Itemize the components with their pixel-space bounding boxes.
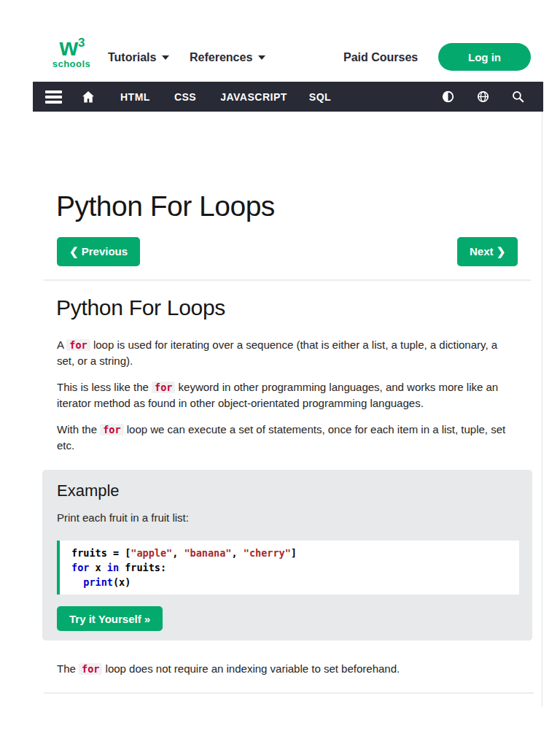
code-block: fruits = ["apple", "banana", "cherry"] f… bbox=[57, 541, 519, 595]
caret-down-icon bbox=[258, 55, 265, 60]
try-it-yourself-button[interactable]: Try it Yourself » bbox=[57, 606, 163, 631]
logo-schools: schools bbox=[50, 58, 93, 69]
nav-link-html[interactable]: HTML bbox=[120, 91, 150, 103]
intro-paragraph: A for loop is used for iterating over a … bbox=[57, 337, 509, 369]
menu-tutorials-label: Tutorials bbox=[108, 51, 156, 64]
page: w3 schools Tutorials References Paid Cou… bbox=[0, 0, 560, 747]
nav-link-sql[interactable]: SQL bbox=[309, 91, 331, 103]
page-title: Python For Loops bbox=[56, 190, 275, 222]
dark-mode-toggle-icon[interactable] bbox=[441, 90, 455, 104]
main-navbar: HTML CSS JAVASCRIPT SQL bbox=[33, 82, 543, 112]
divider bbox=[44, 279, 531, 281]
example-lead: Print each fruit in a fruit list: bbox=[57, 511, 189, 524]
hamburger-menu-icon[interactable] bbox=[45, 90, 62, 104]
menu-tutorials[interactable]: Tutorials bbox=[108, 50, 169, 66]
logo-w3: w3 bbox=[50, 36, 93, 58]
example-box: Example Print each fruit in a fruit list… bbox=[42, 470, 532, 640]
login-button[interactable]: Log in bbox=[438, 43, 531, 71]
home-icon[interactable] bbox=[81, 90, 96, 104]
menu-references[interactable]: References bbox=[190, 50, 265, 66]
w3schools-logo[interactable]: w3 schools bbox=[50, 36, 93, 69]
indexing-paragraph: The for loop does not require an indexin… bbox=[57, 661, 509, 677]
next-button[interactable]: Next ❯ bbox=[457, 237, 518, 266]
menu-references-label: References bbox=[190, 51, 252, 64]
previous-button[interactable]: ❮ Previous bbox=[57, 237, 140, 266]
translate-globe-icon[interactable] bbox=[476, 90, 490, 104]
search-icon[interactable] bbox=[511, 90, 525, 104]
nav-link-javascript[interactable]: JAVASCRIPT bbox=[220, 91, 287, 103]
nav-link-css[interactable]: CSS bbox=[174, 91, 196, 103]
usage-paragraph: With the for loop we can execute a set o… bbox=[57, 422, 509, 454]
example-heading: Example bbox=[57, 481, 120, 500]
content-right-border bbox=[542, 112, 542, 706]
paid-courses-label: Paid Courses bbox=[343, 51, 418, 64]
section-title: Python For Loops bbox=[56, 295, 225, 320]
divider bbox=[44, 692, 534, 694]
caret-down-icon bbox=[162, 55, 169, 60]
paid-courses-link[interactable]: Paid Courses bbox=[343, 50, 418, 66]
code-content: fruits = ["apple", "banana", "cherry"] f… bbox=[71, 546, 508, 589]
comparison-paragraph: This is less like the for keyword in oth… bbox=[57, 379, 509, 411]
